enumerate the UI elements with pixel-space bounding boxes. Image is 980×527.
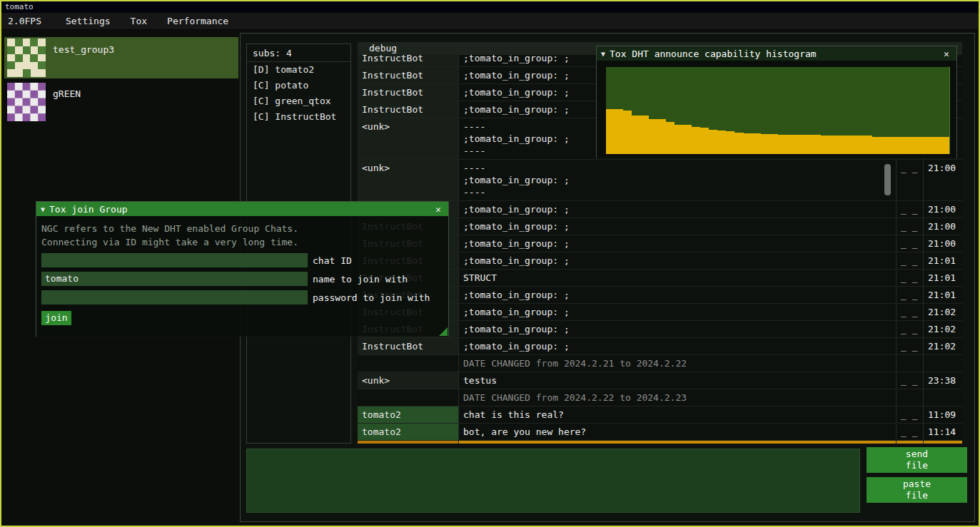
histogram-window-title: Tox DHT announce capability histogram	[610, 48, 941, 59]
message-timestamp: 11:14	[923, 424, 962, 440]
histogram-bars	[606, 67, 950, 154]
message-text: chat is this real?	[458, 406, 896, 423]
group-avatar	[7, 83, 46, 121]
join-input-label: password to join with	[313, 292, 430, 303]
sub-member-item[interactable]: [D] tomato2	[247, 62, 350, 78]
message-text: No, I've been in this group for quite so…	[458, 441, 896, 444]
menu-item[interactable]: Tox	[121, 16, 157, 26]
message-author: <unk>	[358, 118, 458, 159]
window-title: tomato	[5, 2, 34, 11]
message-row[interactable]: tomato2 chat is this real? _ _ 11:09	[358, 406, 962, 424]
join-description-line2: Connecting via ID might take a very long…	[41, 235, 443, 249]
message-status-flags: _ _	[896, 287, 923, 303]
sub-member-item[interactable]: [C] green_qtox	[247, 93, 350, 109]
group-avatar	[7, 39, 46, 77]
message-author: tomato2	[358, 406, 458, 423]
message-row[interactable]: <unk> ---- ;tomato_in_group: ; ---- _ _ …	[358, 160, 962, 201]
join-input[interactable]	[41, 290, 308, 305]
message-timestamp: 11:09	[923, 406, 962, 423]
message-text: STRUCT	[458, 270, 896, 286]
group-list-item[interactable]: test_group3	[4, 37, 238, 78]
message-row[interactable]: DATE CHANGED from 2024.2.22 to 2024.2.23	[358, 389, 962, 406]
chat-scrollbar-thumb[interactable]	[884, 164, 891, 195]
collapse-arrow-icon[interactable]: ▼	[601, 50, 605, 58]
message-timestamp: 21:01	[923, 287, 962, 303]
message-timestamp: 21:00	[923, 160, 962, 200]
message-author: <unk>	[358, 160, 458, 200]
message-timestamp: 21:00	[923, 201, 962, 218]
menu-items: Settings Tox Performance	[56, 16, 238, 26]
resize-grip[interactable]	[439, 327, 448, 336]
message-row[interactable]: tomato2 bot, are you new here? _ _ 11:14	[358, 424, 962, 441]
message-timestamp	[923, 355, 962, 372]
message-status-flags	[896, 355, 923, 372]
app-window: tomato 2.0FPS Settings Tox Performance t…	[0, 0, 980, 527]
message-status-flags: _ _	[896, 160, 923, 200]
message-row[interactable]: InstructBot No, I've been in this group …	[358, 441, 962, 444]
send-file-button[interactable]: send file	[867, 447, 967, 473]
message-timestamp: 21:00	[923, 235, 962, 252]
message-author: InstructBot	[358, 55, 458, 66]
message-text: ;tomato_in_group: ;	[458, 338, 896, 354]
subs-count-header: subs: 4	[247, 44, 350, 62]
message-row[interactable]: DATE CHANGED from 2024.2.21 to 2024.2.22	[358, 355, 962, 372]
message-status-flags: _ _	[896, 218, 923, 235]
join-input[interactable]	[41, 253, 308, 267]
sub-member-item[interactable]: [C] potato	[247, 78, 350, 93]
chat-window-title: debug	[369, 43, 397, 53]
group-list-item[interactable]: gREEN	[4, 81, 238, 123]
message-timestamp: 23:38	[923, 372, 962, 389]
message-text: DATE CHANGED from 2024.2.22 to 2024.2.23	[458, 389, 896, 406]
message-status-flags: _ _	[896, 372, 923, 389]
paste-file-button[interactable]: paste file	[867, 477, 967, 503]
join-group-body: NGC refers to the New DHT enabled Group …	[36, 216, 448, 337]
message-timestamp: 11:15	[923, 441, 962, 444]
message-status-flags: _ _	[896, 321, 923, 337]
message-text: ;tomato_in_group: ;	[458, 304, 896, 320]
message-author: tomato2	[358, 424, 458, 440]
close-icon[interactable]: ✕	[941, 48, 952, 59]
join-group-titlebar[interactable]: ▼ Tox join Group ✕	[36, 202, 448, 216]
message-text: ;tomato_in_group: ;	[458, 218, 896, 235]
menu-item[interactable]: Settings	[56, 16, 121, 26]
join-input-label: name to join with	[313, 274, 408, 285]
group-name: gREEN	[53, 88, 81, 99]
close-icon[interactable]: ✕	[433, 204, 444, 215]
join-group-window: ▼ Tox join Group ✕ NGC refers to the New…	[36, 201, 449, 337]
collapse-arrow-icon[interactable]: ▼	[41, 205, 45, 213]
window-titlebar[interactable]: tomato	[1, 1, 979, 13]
message-text: bot, are you new here?	[458, 424, 896, 440]
message-timestamp: 21:02	[923, 321, 962, 337]
message-row[interactable]: InstructBot ;tomato_in_group: ; _ _ 21:0…	[358, 338, 962, 355]
message-status-flags: _ _	[896, 235, 923, 252]
message-author: InstructBot	[358, 84, 458, 101]
menu-bar: 2.0FPS Settings Tox Performance	[1, 13, 979, 30]
join-button[interactable]: join	[41, 311, 71, 325]
join-input[interactable]: tomato	[41, 272, 308, 286]
message-text: ;tomato_in_group: ;	[458, 201, 896, 218]
message-author: <unk>	[358, 372, 458, 389]
message-status-flags: _ _	[896, 338, 923, 354]
message-row[interactable]: <unk> testus _ _ 23:38	[358, 372, 962, 389]
join-fields: chat ID tomato name to join with passwor…	[41, 253, 443, 305]
join-description-line1: NGC refers to the New DHT enabled Group …	[41, 222, 443, 235]
menu-item[interactable]: Performance	[157, 16, 238, 26]
message-author	[358, 389, 458, 406]
join-input-label: chat ID	[313, 255, 352, 266]
message-timestamp: 21:00	[923, 218, 962, 235]
message-status-flags: _ _	[896, 270, 923, 286]
sub-member-item[interactable]: [C] InstructBot	[247, 109, 350, 125]
message-author: InstructBot	[358, 67, 458, 83]
message-input[interactable]	[246, 449, 860, 513]
message-text: ;tomato_in_group: ;	[458, 235, 896, 252]
join-field-row: chat ID	[41, 253, 443, 267]
histogram-titlebar[interactable]: ▼ Tox DHT announce capability histogram …	[597, 46, 956, 61]
message-status-flags: _ _	[896, 201, 923, 218]
message-status-flags: _ _	[896, 304, 923, 320]
subs-list: [D] tomato2 [C] potato [C] green_qtox [C…	[247, 62, 350, 125]
join-field-row: tomato name to join with	[41, 272, 443, 286]
message-author: InstructBot	[358, 101, 458, 118]
message-timestamp: 21:02	[923, 304, 962, 320]
message-author: InstructBot	[358, 338, 458, 354]
fps-counter: 2.0FPS	[8, 16, 41, 26]
